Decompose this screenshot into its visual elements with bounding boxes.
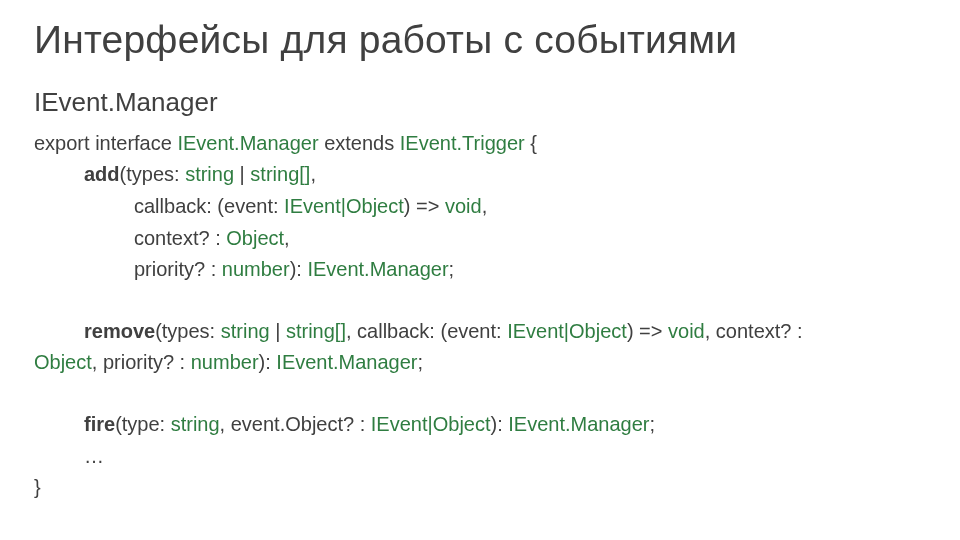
blank-line <box>34 379 926 409</box>
txt: , event.Object? : <box>220 413 371 435</box>
code-line: context? : Object, <box>34 223 926 255</box>
code-line: fire(type: string, event.Object? : IEven… <box>34 409 926 441</box>
txt: (types: <box>155 320 221 342</box>
type-ievent-object: IEvent|Object <box>507 320 627 342</box>
type-object: Object <box>34 351 92 373</box>
txt: (type: <box>115 413 171 435</box>
brace-close: } <box>34 476 41 498</box>
type-object: Object <box>226 227 284 249</box>
code-line: remove(types: string | string[], callbac… <box>34 316 926 348</box>
txt: ) => <box>404 195 445 217</box>
txt: (types: <box>120 163 186 185</box>
type-ievent-object: IEvent|Object <box>371 413 491 435</box>
code-line: add(types: string | string[], <box>34 159 926 191</box>
blank-line <box>34 286 926 316</box>
txt: ): <box>491 413 509 435</box>
txt: , callback: (event: <box>346 320 507 342</box>
txt: ; <box>418 351 424 373</box>
type-string: string <box>221 320 270 342</box>
txt: priority? : <box>134 258 222 280</box>
type-string: string <box>171 413 220 435</box>
fn-add: add <box>84 163 120 185</box>
txt: , <box>284 227 290 249</box>
type-string-array: string[] <box>286 320 346 342</box>
type-ieventmanager: IEvent.Manager <box>276 351 417 373</box>
txt: callback: (event: <box>134 195 284 217</box>
txt: ; <box>449 258 455 280</box>
txt: , <box>482 195 488 217</box>
type-string: string <box>185 163 234 185</box>
type-number: number <box>222 258 290 280</box>
type-ieventtrigger: IEvent.Trigger <box>400 132 525 154</box>
type-ieventmanager: IEvent.Manager <box>508 413 649 435</box>
txt: ) => <box>627 320 668 342</box>
txt: context? : <box>134 227 226 249</box>
fn-fire: fire <box>84 413 115 435</box>
txt: ): <box>290 258 308 280</box>
kw-export-interface: export interface <box>34 132 177 154</box>
type-ieventmanager: IEvent.Manager <box>177 132 318 154</box>
txt: ): <box>259 351 277 373</box>
brace-open: { <box>525 132 537 154</box>
txt: , context? : <box>705 320 803 342</box>
fn-remove: remove <box>84 320 155 342</box>
interface-heading: IEvent.Manager <box>34 87 926 118</box>
slide-title: Интерфейсы для работы с событиями <box>34 18 926 63</box>
txt: , priority? : <box>92 351 191 373</box>
code-block: export interface IEvent.Manager extends … <box>34 128 926 504</box>
txt: ; <box>650 413 656 435</box>
txt: , <box>310 163 316 185</box>
code-line: callback: (event: IEvent|Object) => void… <box>34 191 926 223</box>
type-void: void <box>445 195 482 217</box>
code-line: export interface IEvent.Manager extends … <box>34 128 926 160</box>
type-ievent-object: IEvent|Object <box>284 195 404 217</box>
code-line: … <box>34 441 926 473</box>
code-line: } <box>34 472 926 504</box>
type-void: void <box>668 320 705 342</box>
type-ieventmanager: IEvent.Manager <box>307 258 448 280</box>
code-line: priority? : number): IEvent.Manager; <box>34 254 926 286</box>
slide: Интерфейсы для работы с событиями IEvent… <box>0 0 960 504</box>
kw-extends: extends <box>319 132 400 154</box>
ellipsis: … <box>84 445 104 467</box>
type-string-array: string[] <box>250 163 310 185</box>
txt: | <box>270 320 286 342</box>
code-line: Object, priority? : number): IEvent.Mana… <box>34 347 926 379</box>
txt: | <box>234 163 250 185</box>
type-number: number <box>191 351 259 373</box>
